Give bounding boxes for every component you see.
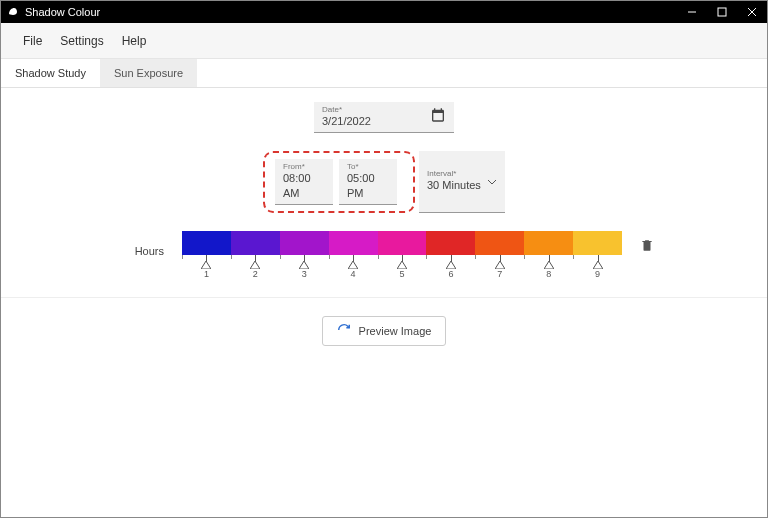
tick-label: 6 <box>448 269 453 279</box>
app-title: Shadow Colour <box>25 6 100 18</box>
color-segment <box>182 231 231 255</box>
menu-settings[interactable]: Settings <box>60 34 103 48</box>
tick: 5 <box>378 255 427 277</box>
preview-button-label: Preview Image <box>359 325 432 337</box>
tick: 3 <box>280 255 329 277</box>
tick-label: 1 <box>204 269 209 279</box>
tabs: Shadow Study Sun Exposure <box>1 59 767 88</box>
date-input[interactable]: Date* 3/21/2022 <box>314 102 454 133</box>
menu-file[interactable]: File <box>23 34 42 48</box>
tick: 4 <box>329 255 378 277</box>
from-label: From* <box>283 163 325 171</box>
maximize-button[interactable] <box>707 1 737 23</box>
to-time-input[interactable]: To* 05:00 PM <box>339 159 397 205</box>
svg-rect-1 <box>718 8 726 16</box>
interval-value: 30 Minutes <box>427 178 481 192</box>
interval-label: Interval* <box>427 170 481 178</box>
color-segment <box>378 231 427 255</box>
close-button[interactable] <box>737 1 767 23</box>
tab-shadow-study[interactable]: Shadow Study <box>1 59 100 87</box>
color-segment <box>475 231 524 255</box>
tick-label: 7 <box>497 269 502 279</box>
tick-label: 5 <box>399 269 404 279</box>
color-legend: 123456789 <box>182 231 622 277</box>
preview-image-button[interactable]: Preview Image <box>322 316 447 346</box>
app-icon <box>7 5 19 19</box>
date-value: 3/21/2022 <box>322 114 371 128</box>
tick-label: 3 <box>302 269 307 279</box>
tick-label: 8 <box>546 269 551 279</box>
app-window: Shadow Colour File Settings Help Shadow … <box>0 0 768 518</box>
refresh-icon <box>337 323 351 339</box>
to-label: To* <box>347 163 389 171</box>
tick-label: 2 <box>253 269 258 279</box>
interval-select[interactable]: Interval* 30 Minutes <box>419 151 505 213</box>
color-segment <box>426 231 475 255</box>
tick-label: 9 <box>595 269 600 279</box>
tick: 7 <box>475 255 524 277</box>
delete-legend-button[interactable] <box>640 237 654 257</box>
tick: 6 <box>426 255 475 277</box>
tick: 9 <box>573 255 622 277</box>
color-segment <box>280 231 329 255</box>
from-value: 08:00 AM <box>283 171 325 200</box>
date-label: Date* <box>322 106 371 114</box>
menu-help[interactable]: Help <box>122 34 147 48</box>
to-value: 05:00 PM <box>347 171 389 200</box>
tick: 8 <box>524 255 573 277</box>
menubar: File Settings Help <box>1 23 767 59</box>
color-segment <box>329 231 378 255</box>
tick: 2 <box>231 255 280 277</box>
titlebar: Shadow Colour <box>1 1 767 23</box>
calendar-icon[interactable] <box>430 107 446 127</box>
tick-label: 4 <box>351 269 356 279</box>
tick: 1 <box>182 255 231 277</box>
from-time-input[interactable]: From* 08:00 AM <box>275 159 333 205</box>
hours-axis-label: Hours <box>114 245 164 257</box>
color-segment <box>231 231 280 255</box>
chevron-down-icon <box>487 173 497 191</box>
minimize-button[interactable] <box>677 1 707 23</box>
color-segment <box>573 231 622 255</box>
tab-sun-exposure[interactable]: Sun Exposure <box>100 59 197 87</box>
time-range-highlight: From* 08:00 AM To* 05:00 PM <box>263 151 415 213</box>
color-segment <box>524 231 573 255</box>
content-area: Date* 3/21/2022 From* 08:00 AM To* 05:00… <box>1 88 767 517</box>
